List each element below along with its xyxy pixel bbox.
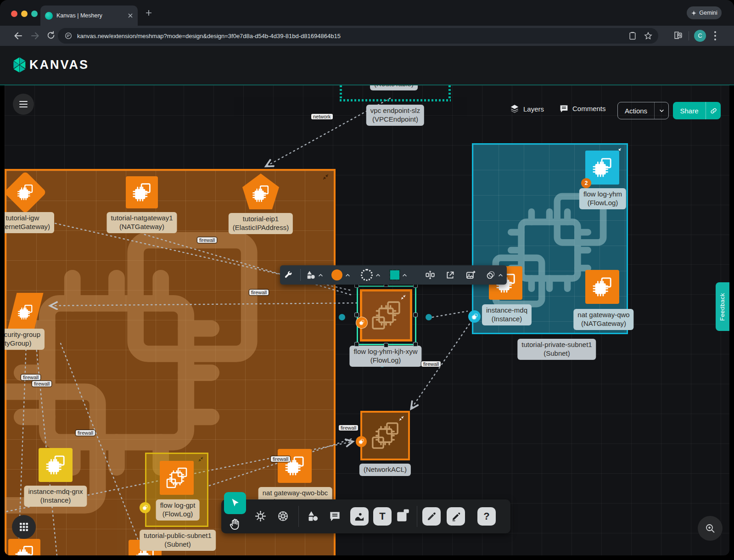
edge-port-dot[interactable] [426, 314, 432, 320]
open-details-button[interactable] [445, 265, 455, 285]
highlighter-tool-button[interactable] [447, 507, 465, 526]
resize-handle[interactable] [384, 343, 388, 347]
chip-icon [371, 300, 401, 330]
text-tool-button[interactable]: T [373, 507, 392, 526]
reload-button[interactable] [46, 30, 56, 40]
actions-dropdown-button[interactable] [655, 109, 668, 112]
add-image-button[interactable] [465, 265, 476, 285]
shapes-tool-icon[interactable] [307, 510, 319, 522]
rename-node-button[interactable] [425, 265, 435, 285]
zoom-search-button[interactable] [698, 516, 723, 541]
sticky-note-tool-button[interactable] [395, 507, 413, 526]
browser-menu-icon[interactable] [714, 31, 716, 40]
node-flowlog-gpt[interactable] [160, 461, 194, 495]
group-shape-button[interactable] [486, 265, 503, 285]
node-natgateway-qwo[interactable] [585, 270, 619, 304]
browser-toolbar: kanvas.new/extension/meshmap?mode=design… [0, 26, 734, 46]
node-label-natgateway1[interactable]: tutorial-natgateway1(NATGateway) [106, 212, 177, 233]
fill-color-button[interactable] [331, 265, 350, 285]
window-close-button[interactable] [11, 11, 17, 17]
node-label-public-subnet[interactable]: tutorial-public-subnet1(Subnet) [140, 530, 216, 551]
forward-button[interactable] [29, 30, 40, 41]
node-flowlog-selected[interactable] [360, 289, 412, 342]
chip-icon [371, 421, 399, 450]
node-instance-gnx[interactable] [39, 448, 73, 482]
apps-grid-button[interactable] [12, 515, 36, 539]
pen-tool-button[interactable] [422, 507, 441, 526]
comments-button[interactable]: Comments [559, 104, 606, 113]
configure-wrench-button[interactable] [284, 265, 293, 285]
layers-button[interactable]: Layers [510, 104, 544, 114]
copy-link-button[interactable] [706, 107, 721, 115]
feedback-tab[interactable]: Feedback [716, 282, 729, 331]
node-label-flowlog-selected[interactable]: flow log-yhm-kjh-xyw(FlowLog) [349, 346, 421, 367]
node-network-acl[interactable] [360, 411, 410, 460]
meshery-favicon [45, 12, 53, 20]
share-button[interactable]: Share [673, 102, 721, 119]
media-tool-button[interactable] [350, 507, 369, 526]
resize-handle[interactable] [354, 313, 359, 317]
design-canvas[interactable]: (RouteTable) vpc endpoint-slz(VPCEndpoin… [5, 85, 729, 555]
flowlog-gpt-badge-icon[interactable] [140, 502, 151, 513]
node-label-natgateway-qwo[interactable]: nat gateway-qwo(NATGateway) [573, 309, 633, 330]
browser-tab[interactable]: Kanvas | Meshery [40, 6, 138, 26]
collapse-node-icon[interactable] [400, 294, 406, 300]
resize-handle[interactable] [413, 313, 418, 317]
collapse-node-icon[interactable] [398, 415, 404, 421]
site-settings-icon[interactable] [64, 32, 73, 40]
shapes-tool-button[interactable] [306, 265, 323, 285]
bookmark-star-icon[interactable] [644, 31, 653, 40]
comment-tool-icon[interactable] [329, 510, 341, 522]
node-label-igw[interactable]: tutorial-igw(InternetGateway) [5, 212, 54, 233]
tab-close-icon[interactable] [128, 13, 133, 18]
node-partial-bottom-1[interactable] [8, 539, 40, 555]
flowlog-badge-icon[interactable] [356, 317, 368, 329]
node-label-routetable[interactable]: (RouteTable) [370, 85, 418, 90]
meshmap-components-tool-icon[interactable] [254, 510, 267, 522]
resize-handle[interactable] [354, 342, 359, 347]
select-tool-button[interactable] [224, 492, 246, 514]
chip-icon [17, 304, 34, 320]
toolbar-divider [298, 506, 299, 527]
collapse-node-icon[interactable] [198, 456, 204, 462]
node-label-eip1[interactable]: tutorial-eip1(ElasticIPAddress) [229, 213, 293, 234]
help-button[interactable]: ? [477, 507, 496, 526]
window-zoom-button[interactable] [31, 11, 38, 17]
node-label-instance-gnx[interactable]: instance-mdq-gnx(Instance) [24, 486, 87, 507]
resize-handle[interactable] [413, 342, 418, 347]
kanvas-logo[interactable] [11, 56, 28, 74]
canvas-menu-button[interactable] [13, 94, 34, 115]
tab-title: Kanvas | Meshery [56, 12, 124, 19]
edge-label-firewall: firewall [32, 381, 51, 386]
node-label-flowlog-yhm[interactable]: flow log-yhm(FlowLog) [579, 188, 626, 209]
pan-hand-tool-icon[interactable] [229, 518, 241, 531]
node-natgateway-bbc[interactable] [278, 449, 312, 483]
node-label-private-subnet[interactable]: tutorial-private-subnet1(Subnet) [517, 339, 596, 360]
node-label-flowlog-gpt[interactable]: flow log-gpt(FlowLog) [156, 499, 200, 521]
node-label-vpc-endpoint[interactable]: vpc endpoint-slz(VPCEndpoint) [366, 105, 424, 126]
window-minimize-button[interactable] [21, 11, 28, 17]
node-flowlog-yhm[interactable] [585, 151, 619, 185]
edge-port-dot[interactable] [339, 314, 345, 320]
node-label-security-group[interactable]: tutorial-security-group(SecurityGroup) [5, 329, 45, 350]
save-clipboard-icon[interactable] [628, 31, 637, 40]
subnet-edge-badge-icon[interactable] [468, 310, 481, 323]
border-style-button[interactable] [361, 265, 381, 285]
chip-icon [142, 505, 148, 510]
kubernetes-tool-icon[interactable] [277, 510, 289, 522]
networkacl-badge-icon[interactable] [356, 436, 367, 447]
tab-search-icon[interactable] [673, 30, 683, 40]
gemini-sparkle-icon [691, 10, 697, 16]
new-tab-button[interactable] [145, 9, 152, 17]
gemini-button[interactable]: Gemini [687, 6, 722, 19]
chip-icon [252, 185, 270, 203]
actions-button[interactable]: Actions [617, 102, 669, 119]
browser-profile-avatar[interactable]: C [694, 30, 706, 42]
node-nat-gateway-1[interactable] [126, 176, 158, 208]
node-label-network-acl[interactable]: (NetworkACL) [359, 464, 411, 476]
shape-swatch-button[interactable] [390, 265, 407, 285]
address-bar[interactable]: kanvas.new/extension/meshmap?mode=design… [58, 28, 658, 44]
edge-label-firewall: firewall [249, 290, 269, 295]
back-button[interactable] [13, 30, 24, 41]
node-label-instance-mdq[interactable]: instance-mdq(Instance) [482, 304, 532, 325]
